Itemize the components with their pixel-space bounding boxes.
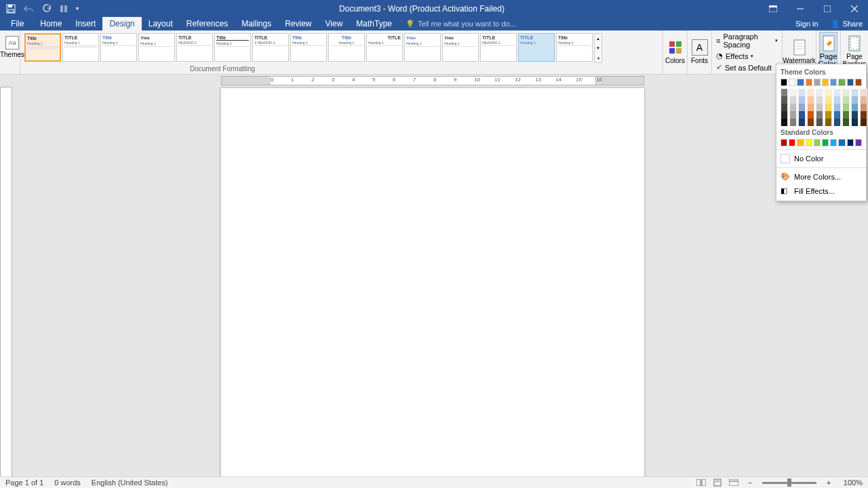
tab-view[interactable]: View xyxy=(319,17,350,30)
color-swatch[interactable] xyxy=(798,89,806,96)
color-swatch[interactable] xyxy=(816,96,823,104)
color-swatch[interactable] xyxy=(855,139,862,146)
share-button[interactable]: 👤 Share xyxy=(825,20,868,28)
color-swatch[interactable] xyxy=(781,119,788,126)
color-swatch[interactable] xyxy=(842,96,850,104)
color-swatch[interactable] xyxy=(860,104,867,111)
color-swatch[interactable] xyxy=(833,96,841,104)
color-swatch[interactable] xyxy=(797,79,804,86)
style-set-6[interactable]: TitleHeading 1 xyxy=(214,33,251,62)
color-swatch[interactable] xyxy=(855,79,862,86)
sign-in-link[interactable]: Sign in xyxy=(789,20,825,28)
print-layout-button[interactable] xyxy=(711,478,724,488)
color-swatch[interactable] xyxy=(816,104,823,111)
color-swatch[interactable] xyxy=(789,104,797,111)
color-swatch[interactable] xyxy=(842,104,850,111)
color-swatch[interactable] xyxy=(814,79,821,86)
style-set-4[interactable]: TitleHeading 1 xyxy=(138,33,175,62)
color-swatch[interactable] xyxy=(838,139,845,146)
ribbon-display-options-button[interactable] xyxy=(760,0,787,17)
tell-me-search[interactable]: 💡 Tell me what you want to do... xyxy=(399,20,789,28)
themes-button[interactable]: Aa Themes xyxy=(3,32,22,62)
tab-insert[interactable]: Insert xyxy=(68,17,102,30)
no-color-option[interactable]: No Color xyxy=(776,151,866,166)
color-swatch[interactable] xyxy=(807,96,814,104)
color-swatch[interactable] xyxy=(830,79,837,86)
read-mode-button[interactable] xyxy=(694,478,708,488)
color-swatch[interactable] xyxy=(833,119,841,126)
fonts-button[interactable]: A Fonts xyxy=(690,32,709,71)
color-swatch[interactable] xyxy=(860,96,867,104)
document-canvas[interactable] xyxy=(0,87,868,476)
color-swatch[interactable] xyxy=(847,139,854,146)
style-set-15[interactable]: TitleHeading 1 xyxy=(556,33,593,62)
style-set-2[interactable]: TITLEHeading 1 xyxy=(62,33,99,62)
touch-mode-button[interactable] xyxy=(56,1,72,16)
color-swatch[interactable] xyxy=(842,111,850,119)
color-swatch[interactable] xyxy=(842,89,850,96)
color-swatch[interactable] xyxy=(789,96,797,104)
web-layout-button[interactable] xyxy=(727,478,741,488)
color-swatch[interactable] xyxy=(851,104,859,111)
tab-file[interactable]: File xyxy=(1,17,33,30)
tab-layout[interactable]: Layout xyxy=(142,17,180,30)
paragraph-spacing-button[interactable]: ≡Paragraph Spacing▾ xyxy=(715,32,779,49)
color-swatch[interactable] xyxy=(807,104,814,111)
color-swatch[interactable] xyxy=(816,119,823,126)
color-swatch[interactable] xyxy=(797,139,804,146)
color-swatch[interactable] xyxy=(833,111,841,119)
color-swatch[interactable] xyxy=(851,119,859,126)
color-swatch[interactable] xyxy=(833,104,841,111)
color-swatch[interactable] xyxy=(781,111,788,119)
color-swatch[interactable] xyxy=(789,119,797,126)
style-set-3[interactable]: TitleHeading 1 xyxy=(100,33,137,62)
zoom-slider[interactable] xyxy=(762,482,816,484)
color-swatch[interactable] xyxy=(851,96,859,104)
zoom-out-button[interactable]: − xyxy=(743,478,757,488)
color-swatch[interactable] xyxy=(806,79,812,86)
gallery-expand[interactable]: ▾ xyxy=(595,53,601,62)
color-swatch[interactable] xyxy=(781,104,788,111)
fill-effects-option[interactable]: ◧ Fill Effects... xyxy=(776,184,866,198)
save-button[interactable] xyxy=(3,1,19,16)
color-swatch[interactable] xyxy=(789,139,795,146)
qat-customize-button[interactable]: ▾ xyxy=(73,1,81,16)
style-set-7[interactable]: TITLE1 HEADING 1 xyxy=(252,33,289,62)
gallery-scroll-up[interactable]: ▲ xyxy=(595,34,601,43)
color-swatch[interactable] xyxy=(814,139,821,146)
color-swatch[interactable] xyxy=(825,111,832,119)
color-swatch[interactable] xyxy=(830,139,837,146)
tab-home[interactable]: Home xyxy=(33,17,68,30)
color-swatch[interactable] xyxy=(789,79,795,86)
horizontal-ruler[interactable]: 012345678910111213141516 xyxy=(221,76,644,85)
vertical-ruler[interactable] xyxy=(0,87,12,476)
color-swatch[interactable] xyxy=(806,139,812,146)
maximize-button[interactable] xyxy=(814,0,841,17)
color-swatch[interactable] xyxy=(851,89,859,96)
more-colors-option[interactable]: 🎨 More Colors... xyxy=(776,169,866,184)
tab-references[interactable]: References xyxy=(180,17,235,30)
color-swatch[interactable] xyxy=(825,96,832,104)
style-set-1[interactable]: TitleHeading 1 xyxy=(24,33,61,62)
color-swatch[interactable] xyxy=(825,119,832,126)
color-swatch[interactable] xyxy=(825,104,832,111)
word-count[interactable]: 0 words xyxy=(49,479,86,487)
page-1[interactable] xyxy=(221,88,644,476)
gallery-scroll-down[interactable]: ▼ xyxy=(595,43,601,53)
tab-mathtype[interactable]: MathType xyxy=(349,17,399,30)
style-set-10[interactable]: TITLEHeading 1 xyxy=(366,33,403,62)
style-set-9[interactable]: TitleHeading 1 xyxy=(328,33,365,62)
color-swatch[interactable] xyxy=(807,111,814,119)
color-swatch[interactable] xyxy=(781,139,787,146)
color-swatch[interactable] xyxy=(816,89,823,96)
style-set-12[interactable]: TitleHeading 1 xyxy=(442,33,479,62)
color-swatch[interactable] xyxy=(833,89,841,96)
language-indicator[interactable]: English (United States) xyxy=(86,479,174,487)
minimize-button[interactable] xyxy=(787,0,814,17)
zoom-level[interactable]: 100% xyxy=(838,479,868,487)
color-swatch[interactable] xyxy=(822,79,829,86)
color-swatch[interactable] xyxy=(816,111,823,119)
style-set-8[interactable]: TitleHeading 1 xyxy=(290,33,327,62)
color-swatch[interactable] xyxy=(798,104,806,111)
effects-button[interactable]: ◔Effects▾ xyxy=(715,51,779,61)
